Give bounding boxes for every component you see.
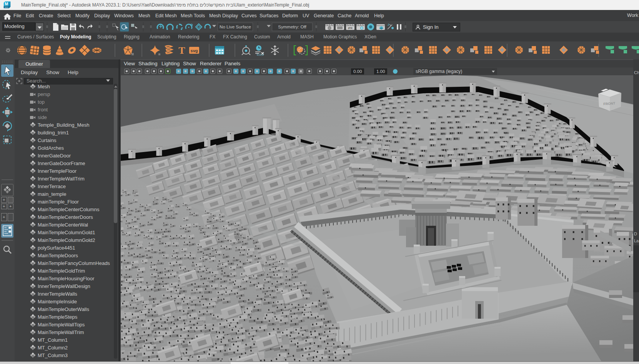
svg-text:M: M xyxy=(5,2,8,6)
svg-text:0,0,0: 0,0,0 xyxy=(257,53,264,56)
svg-text:svg: svg xyxy=(191,48,198,53)
svg-text:IPR: IPR xyxy=(348,27,353,30)
svg-text:MAYA: MAYA xyxy=(5,7,8,8)
svg-text:T: T xyxy=(178,45,185,56)
